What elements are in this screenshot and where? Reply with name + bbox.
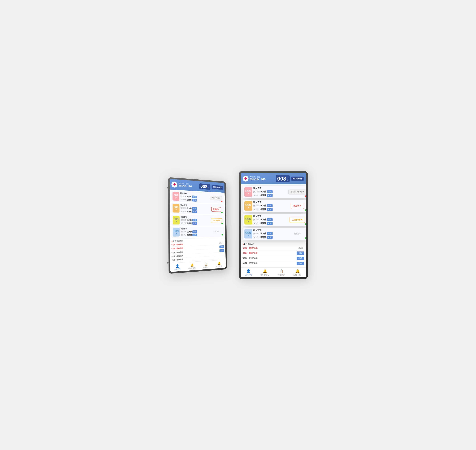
right-view-btn-doctor-1[interactable]: 查看: [267, 190, 273, 193]
right-view-btn-doctor-4[interactable]: 查看: [267, 232, 273, 235]
right-task-type-3: 输液完毕: [249, 257, 296, 260]
nav-dept-intro[interactable]: 📋 科室简介: [203, 262, 209, 268]
right-patient-card-1: 009 床 郭大爷爷 责任医生 王大帅 查看 责任护士: [243, 186, 306, 198]
right-task-type-4: 输液完毕: [249, 262, 296, 265]
right-task-speaker-icon: 📢: [243, 243, 245, 245]
right-task-bed-4: 03床: [243, 262, 249, 265]
right-task-section: 📢 任务通知栏 03床 输液完毕 呼叫中 03床 输液完毕 处理 03床 输液完…: [241, 242, 306, 267]
right-nav-label-alarm: 报警(长按): [293, 274, 302, 276]
right-bed-badge-2: 009 床: [244, 201, 252, 211]
room-label: 室: [208, 186, 209, 189]
right-task-btn-3[interactable]: 处理: [296, 257, 304, 260]
right-bed-unit-4: 床: [248, 235, 249, 237]
right-patient-card-4: 009 床 郭大爷爷 责任医生 王大帅 查看 责任护士: [243, 228, 306, 240]
logo-cross: ✚: [173, 183, 176, 186]
right-status-area-1: 护理中/手术中: [289, 189, 306, 195]
status-area-2: 普通呼叫: [209, 207, 222, 212]
right-view-btn-doctor-2[interactable]: 查看: [267, 204, 273, 207]
info-row-nurse-3: 责任护士 胡慧慧 查看: [180, 222, 209, 225]
bed-num-1: 009: [174, 194, 178, 197]
right-header: ✚ 天明市第一医院 消化内科、骨科 008 室 010-013床: [241, 173, 306, 184]
right-view-btn-nurse-2[interactable]: 查看: [267, 208, 273, 211]
right-status-area-4: 输液完毕: [289, 233, 306, 235]
right-view-btn-nurse-3[interactable]: 查看: [267, 222, 273, 225]
task-btn-3[interactable]: 处理: [219, 249, 224, 252]
nav-label-nurse-station: 呼叫护士站: [188, 267, 195, 270]
dept-intro-icon: 📋: [204, 262, 208, 266]
nav-nursing[interactable]: 👤 进入护理: [174, 264, 180, 270]
task-section: 📢 任务通知栏 03床 输液完毕 呼叫中 03床 输液完毕 处理 03床 输液完…: [170, 237, 225, 263]
right-task-type-1: 输液完毕: [249, 247, 299, 250]
view-btn-nurse-1[interactable]: 查看: [192, 199, 197, 201]
right-task-header: 📢 任务通知栏: [243, 243, 304, 245]
right-task-btn-2[interactable]: 处理: [296, 251, 304, 255]
right-patient-info-1: 郭大爷爷 责任医生 王大帅 查看 责任护士 胡慧慧 查看: [253, 187, 288, 197]
right-patient-info-2: 郭大爷爷 责任医生 王大帅 查看 责任护士 胡慧慧 查看: [253, 201, 288, 211]
right-nav-alarm[interactable]: 🔔 报警(长按): [293, 269, 302, 276]
right-view-btn-doctor-3[interactable]: 查看: [267, 218, 273, 221]
room-number: 008: [200, 184, 208, 189]
right-task-btn-4[interactable]: 处理: [296, 262, 304, 265]
right-nav-label-dept-intro: 科室简介: [278, 274, 285, 276]
task-status-1: 呼叫中: [219, 242, 224, 244]
right-patient-card-2: 009 床 郭大爷爷 责任医生 王大帅 查看 责任护士: [243, 200, 306, 212]
view-btn-nurse-2[interactable]: 查看: [192, 210, 197, 213]
left-screen: ✚ 天明市第一医院 消化内科、骨科 008 室 010-013床 009: [170, 179, 226, 272]
right-status-box-3: 卫生间呼叫: [290, 217, 305, 223]
nav-alarm[interactable]: 🔔 报警(长按): [216, 261, 222, 267]
right-view-btn-nurse-4[interactable]: 查看: [267, 236, 273, 239]
right-task-type-2: 输液完毕: [249, 252, 296, 255]
task-btn-2[interactable]: 处理: [219, 245, 224, 248]
right-bed-range: 010-013床: [291, 177, 304, 181]
nurse-station-icon: 🔔: [190, 263, 194, 267]
status-dot-3: [221, 223, 223, 224]
right-bed-unit-2: 床: [248, 207, 249, 209]
info-row-name-3: 郭大爷爷: [180, 216, 209, 218]
right-room-box: 008 室: [276, 175, 290, 182]
bed-badge-3: 009 床: [173, 216, 180, 224]
nav-nurse-station[interactable]: 🔔 呼叫护士站: [188, 263, 195, 269]
bed-badge-4: 009 床: [173, 228, 180, 237]
info-row-doctor-4: 责任医生 王大帅 查看: [180, 230, 209, 233]
nav-label-nursing: 进入护理: [174, 268, 180, 270]
patient-card-2: 009 床 郭大爷爷 责任医生 王大帅 查看 责任护士: [171, 202, 224, 215]
status-dot-1: [221, 201, 222, 202]
right-nav-label-nurse-station: 呼叫护士站: [261, 274, 269, 276]
status-area-3: 卫生间呼叫: [210, 218, 223, 223]
logo: ✚: [171, 181, 177, 188]
right-nav-nursing[interactable]: 👤 进入护理: [245, 269, 252, 276]
patient-info-1: 郭大爷爷 责任医生 王大帅 查看 责任护士 胡慧慧 查看: [180, 192, 209, 202]
right-alarm-icon: 🔔: [295, 269, 300, 273]
screw-top: [167, 187, 168, 188]
right-task-status-1: 呼叫中: [299, 247, 303, 249]
right-screen: ✚ 天明市第一医院 消化内科、骨科 008 室 010-013床 009: [241, 173, 306, 277]
header-text: 天明市第一医院 消化内科、骨科: [179, 183, 198, 188]
right-view-btn-nurse-1[interactable]: 查看: [267, 194, 273, 197]
right-nursing-icon: 👤: [246, 269, 251, 273]
view-btn-doctor-3[interactable]: 查看: [192, 219, 197, 221]
view-btn-doctor-1[interactable]: 查看: [192, 195, 197, 198]
view-btn-doctor-2[interactable]: 查看: [192, 207, 197, 210]
bed-num-4: 009: [174, 230, 179, 232]
right-status-text-4: 输液完毕: [294, 233, 301, 235]
right-status-box-1: 护理中/手术中: [288, 189, 306, 195]
right-patient-list: 009 床 郭大爷爷 责任医生 王大帅 查看 责任护士: [241, 184, 306, 242]
right-task-bed-2: 03床: [243, 252, 249, 255]
info-row-nurse-2: 责任护士 胡慧慧 查看: [180, 210, 209, 213]
right-task-row-3: 03床 输液完毕 处理: [243, 256, 304, 261]
bed-badge-2: 009 床: [173, 204, 180, 213]
right-dot-1: [305, 195, 306, 197]
info-row-nurse-4: 责任护士 胡慧慧 查看: [180, 233, 209, 237]
status-dot-4: [221, 234, 223, 235]
nursing-icon: 👤: [175, 264, 179, 268]
view-btn-doctor-4[interactable]: 查看: [192, 230, 197, 233]
patient-card-3: 009 床 郭大爷爷 责任医生 王大帅 查看 责任护士: [171, 215, 224, 226]
right-nav-nurse-station[interactable]: 🔔 呼叫护士站: [261, 269, 269, 276]
view-btn-nurse-3[interactable]: 查看: [192, 222, 197, 225]
task-speaker-icon: 📢: [171, 240, 174, 242]
view-btn-nurse-4[interactable]: 查看: [192, 233, 197, 237]
right-nav-dept-intro[interactable]: 📋 科室简介: [278, 269, 285, 276]
right-task-bed-3: 03床: [243, 257, 249, 260]
right-bed-badge-1: 009 床: [244, 187, 252, 197]
right-header-text: 天明市第一医院 消化内科、骨科: [250, 176, 275, 181]
